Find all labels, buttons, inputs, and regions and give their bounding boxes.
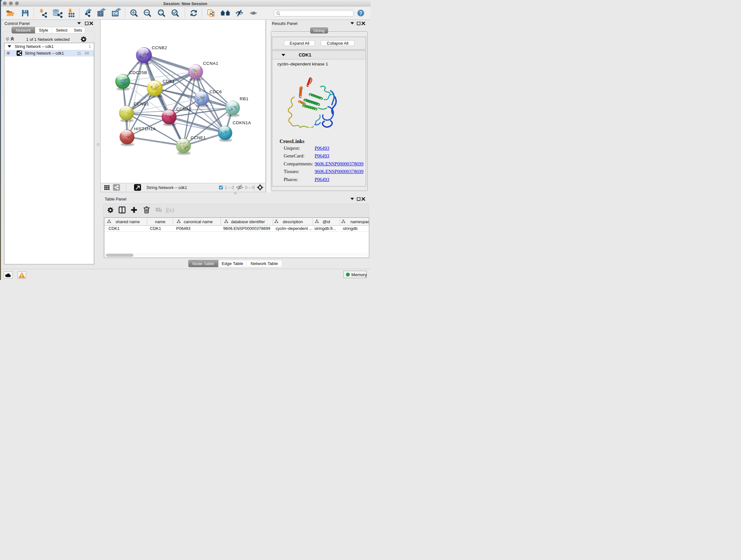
- svg-text:cyclin–dependent ...: cyclin–dependent ...: [275, 226, 313, 231]
- svg-text:0 – 0: 0 – 0: [245, 185, 254, 190]
- svg-text:CCNA1: CCNA1: [203, 61, 218, 66]
- svg-text:CDK1: CDK1: [109, 226, 120, 231]
- svg-text:stringdb:9...: stringdb:9...: [314, 226, 336, 231]
- svg-text:CCNA2: CCNA2: [176, 107, 192, 111]
- svg-text:CDK1: CDK1: [150, 226, 161, 231]
- svg-text:f(x): f(x): [165, 206, 174, 213]
- svg-text:CCNB2: CCNB2: [152, 45, 167, 50]
- svg-text:description: description: [283, 219, 303, 224]
- svg-text:CDC6: CDC6: [210, 89, 222, 94]
- svg-text:CCNE1: CCNE1: [191, 135, 206, 140]
- svg-text:1 – 0: 1 – 0: [225, 185, 234, 190]
- svg-text:shared name: shared name: [116, 219, 140, 224]
- svg-text:HIST1H1A: HIST1H1A: [134, 126, 156, 131]
- svg-text:RB1: RB1: [240, 97, 249, 101]
- svg-text:P06493: P06493: [176, 226, 191, 231]
- svg-text:@id: @id: [322, 219, 330, 224]
- svg-text:canonical name: canonical name: [184, 219, 212, 224]
- svg-text:String Network – cdk1: String Network – cdk1: [146, 185, 187, 190]
- svg-text:database identifier: database identifier: [231, 219, 265, 224]
- svg-text:CCNB1: CCNB1: [134, 102, 149, 106]
- svg-text:stringdb: stringdb: [343, 226, 357, 231]
- svg-text:name: name: [155, 219, 165, 224]
- svg-text:?: ?: [359, 10, 362, 16]
- svg-text:CDKN1A: CDKN1A: [232, 120, 251, 125]
- svg-text:CDC25B: CDC25B: [129, 70, 147, 75]
- svg-text:CDK1: CDK1: [163, 79, 175, 84]
- svg-text:9606.ENSP00000378699: 9606.ENSP00000378699: [223, 226, 270, 231]
- svg-text:namespac: namespac: [350, 219, 369, 224]
